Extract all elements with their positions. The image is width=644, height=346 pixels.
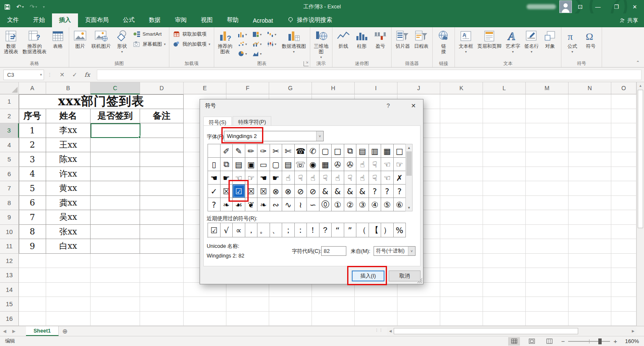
ribbon-tab-Acrobat[interactable]: Acrobat (246, 14, 280, 27)
symbol-cell[interactable]: ☒ (245, 185, 258, 198)
symbol-cell[interactable]: & (332, 185, 344, 198)
symbol-cell[interactable]: ① (332, 198, 344, 211)
cell-D16[interactable] (140, 312, 184, 326)
zoom-in-icon[interactable]: + (613, 338, 617, 345)
cell-N4[interactable] (569, 138, 611, 153)
symbol-cell[interactable]: ✏ (245, 144, 258, 158)
cell-B7[interactable]: 黄xx (46, 181, 91, 196)
symbol-scroll-up-icon[interactable]: ▲ (406, 144, 412, 151)
cell-D6[interactable] (140, 167, 184, 182)
symbol-cell[interactable]: ☚ (257, 171, 270, 185)
chart-type-waterfall-icon[interactable]: ▾ (265, 30, 279, 39)
ribbon-tab-开始[interactable]: 开始 (26, 13, 52, 27)
cell-N11[interactable] (569, 239, 611, 254)
recent-symbol-cell[interactable]: ∝ (233, 223, 245, 237)
col-header-J[interactable]: J (397, 82, 440, 94)
symbol-scroll-down-icon[interactable]: ▼ (406, 204, 412, 211)
row-header-5[interactable]: 5 (0, 152, 19, 167)
ribbon-button-折线[interactable]: 折线 (334, 28, 353, 50)
cell-N3[interactable] (569, 123, 611, 138)
formula-input[interactable] (97, 70, 641, 80)
row-header-14[interactable]: 14 (0, 283, 19, 297)
cell-E16[interactable] (184, 312, 226, 326)
symbol-cell[interactable]: ☒ (221, 185, 233, 198)
symbol-cell[interactable]: ⧉ (221, 158, 233, 171)
col-header-H[interactable]: H (312, 82, 355, 94)
cell-O6[interactable] (611, 167, 636, 182)
symbol-cell[interactable]: ∽ (307, 198, 319, 211)
symbol-cell[interactable]: ☎ (295, 144, 307, 158)
cell-N7[interactable] (569, 181, 611, 196)
avatar[interactable] (559, 0, 572, 13)
cell-K1[interactable] (440, 94, 483, 109)
symbol-cell[interactable]: ✓ (208, 185, 221, 198)
confirm-entry-icon[interactable]: ✓ (68, 71, 81, 78)
symbol-cell-selected-checkbox[interactable]: ☑ (233, 185, 245, 198)
symbol-cell[interactable]: ☜ (381, 171, 394, 185)
row-header-4[interactable]: 4 (0, 138, 19, 153)
symbol-cell[interactable]: ☏ (295, 158, 307, 171)
zoom-out-icon[interactable]: − (561, 338, 565, 345)
ribbon-button-盈亏[interactable]: 盈亏 (371, 28, 390, 50)
ribbon-button-链接[interactable]: 链接 (434, 28, 453, 56)
col-header-A[interactable]: A (19, 82, 46, 94)
new-sheet-icon[interactable]: ⊕ (59, 326, 71, 336)
cell-M6[interactable] (526, 167, 569, 182)
cell-title-merged-A1-D1[interactable]: xxx部门签到表 (19, 94, 184, 109)
cell-D7[interactable] (140, 181, 184, 196)
symbol-cell[interactable]: ✑ (257, 144, 270, 158)
ribbon-tab-公式[interactable]: 公式 (116, 13, 142, 27)
symbol-cell[interactable]: ☝ (356, 158, 369, 171)
cell-M14[interactable] (526, 283, 569, 297)
cell-B12[interactable] (46, 254, 91, 268)
recent-symbol-cell[interactable]: ” (344, 223, 357, 237)
symbol-cell[interactable]: ⊗ (270, 185, 283, 198)
cell-C14[interactable] (91, 283, 140, 297)
row-header-2[interactable]: 2 (0, 109, 19, 124)
symbol-cell[interactable]: ☝ (356, 171, 369, 185)
recent-symbol-cell[interactable]: 、 (270, 223, 283, 237)
cell-C7[interactable] (91, 181, 140, 196)
cell-B15[interactable] (46, 297, 91, 312)
minimize-button[interactable]: — (589, 0, 607, 13)
symbol-cell[interactable]: ✇ (344, 158, 357, 171)
symbol-cell[interactable]: □ (394, 144, 406, 158)
cell-G15[interactable] (269, 297, 312, 312)
recent-symbol-cell[interactable]: 【 (369, 223, 382, 237)
cell-D15[interactable] (140, 297, 184, 312)
cancel-entry-icon[interactable]: ✕ (56, 71, 68, 78)
cell-B5[interactable]: 陈xx (46, 152, 91, 167)
recent-symbol-cell[interactable]: ？ (319, 223, 332, 237)
cell-K11[interactable] (440, 239, 483, 254)
ribbon-button-页眉和页脚[interactable]: 页眉和页脚 (475, 28, 504, 50)
symbol-cell[interactable]: ✄ (282, 144, 295, 158)
cell-K15[interactable] (440, 297, 483, 312)
cell-A13[interactable] (19, 268, 46, 283)
symbol-cell[interactable]: ② (344, 198, 357, 211)
recent-symbol-cell[interactable]: ： (295, 223, 307, 237)
recent-symbol-cell[interactable]: ） (381, 223, 394, 237)
cell-C9[interactable] (91, 210, 140, 225)
cell-A2[interactable]: 序号 (19, 109, 46, 124)
ribbon-button-日程表[interactable]: 日程表 (412, 28, 431, 50)
symbol-cell[interactable]: ✂ (270, 144, 283, 158)
ribbon-tab-视图[interactable]: 视图 (194, 13, 220, 27)
cell-K14[interactable] (440, 283, 483, 297)
symbol-cell[interactable]: ▯ (208, 158, 221, 171)
dialog-launcher-icon[interactable]: ⇲ (304, 61, 309, 66)
cell-O10[interactable] (611, 225, 636, 239)
cell-I14[interactable] (355, 283, 397, 297)
cell-L7[interactable] (483, 181, 526, 196)
cell-O4[interactable] (611, 138, 636, 153)
cell-K10[interactable] (440, 225, 483, 239)
cell-A16[interactable] (19, 312, 46, 326)
cell-M10[interactable] (526, 225, 569, 239)
font-dropdown-icon[interactable]: ˅ (316, 131, 323, 141)
symbol-cell[interactable]: ✇ (332, 158, 344, 171)
recent-symbol-cell[interactable]: “ (332, 223, 344, 237)
symbol-cell[interactable]: ▤ (356, 144, 369, 158)
symbol-cell[interactable]: ☜ (381, 158, 394, 171)
collapse-ribbon-icon[interactable]: ⌃ (636, 60, 640, 65)
sheet-tab-sheet1[interactable]: Sheet1 (26, 326, 59, 336)
ribbon-button-SmartArt[interactable]: SmartArt (133, 31, 166, 37)
